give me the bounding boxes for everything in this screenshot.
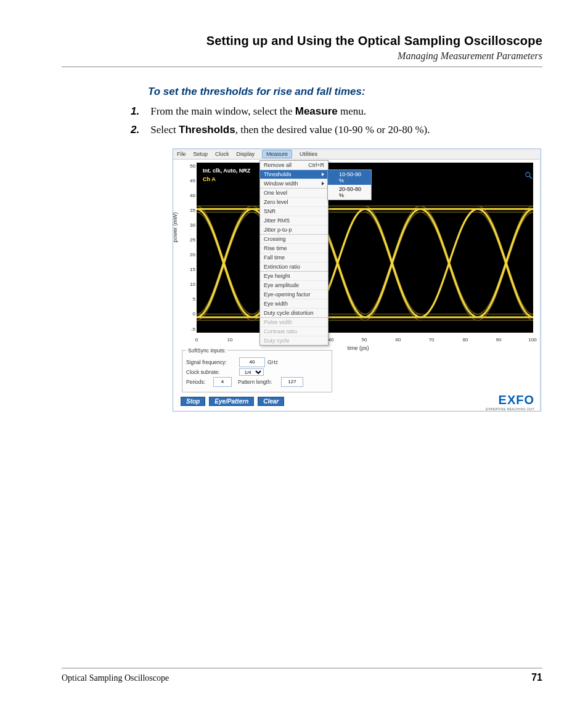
menu-remove-all-label: Remove all [264, 162, 292, 168]
submenu-arrow-icon [322, 172, 324, 176]
zoom-icon[interactable] [525, 171, 533, 180]
xtick: 40 [329, 337, 334, 343]
menu-duty-cycle-distortion[interactable]: Duty cycle distortion [260, 309, 328, 318]
step-1-text-pre: From the main window, select the [150, 105, 295, 117]
ytick: 40 [187, 193, 195, 198]
svg-line-7 [529, 176, 532, 178]
menu-eye-opening-factor[interactable]: Eye-opening factor [260, 290, 328, 299]
xtick: 90 [496, 337, 502, 343]
button-row: Stop Eye/Pattern Clear [181, 397, 284, 406]
section-heading: To set the thresholds for rise and fall … [62, 86, 542, 98]
signal-freq-input[interactable] [239, 357, 265, 367]
stop-button[interactable]: Stop [181, 397, 205, 406]
xtick: 80 [463, 337, 468, 343]
check-icon: ✓ [332, 174, 337, 181]
step-2-text-post: , then the desired value (10-90 % or 20-… [235, 124, 430, 136]
xtick: 10 [227, 337, 233, 343]
xtick: 100 [528, 337, 536, 343]
menu-eye-height[interactable]: Eye height [260, 272, 328, 281]
footer-doc-title: Optical Sampling Oscilloscope [62, 673, 169, 683]
threshold-10-50-90[interactable]: ✓10-50-90 % [328, 170, 371, 185]
exfo-logo: EXFO [499, 393, 534, 407]
screenshot-frame: File Setup Clock Display Measure Utiliti… [173, 148, 541, 412]
xtick: 70 [429, 337, 435, 343]
menu-utilities[interactable]: Utilities [300, 151, 317, 157]
ytick: 0 [187, 311, 195, 317]
step-2-bold: Thresholds [179, 124, 235, 136]
xtick: 0 [195, 337, 198, 343]
ytick: 30 [187, 222, 195, 228]
signal-freq-label: Signal frequency: [186, 359, 237, 365]
pattern-length-input[interactable] [281, 377, 303, 387]
menu-window-width-label: Window width [264, 181, 298, 187]
step-1-text-post: menu. [338, 105, 366, 117]
pattern-length-label: Pattern length: [238, 379, 279, 385]
menu-one-level[interactable]: One level [260, 189, 328, 198]
step-1: 1. From the main window, select the Meas… [62, 104, 542, 119]
exfo-tagline: EXPERTISE REACHING OUT [486, 407, 534, 411]
app-window: File Setup Clock Display Measure Utiliti… [173, 149, 539, 411]
menu-thresholds[interactable]: Thresholds [260, 170, 328, 179]
step-2-text-pre: Select [150, 124, 179, 136]
menu-jitter-pp[interactable]: Jitter p-to-p [260, 225, 328, 235]
menu-setup[interactable]: Setup [194, 151, 208, 157]
menubar[interactable]: File Setup Clock Display Measure Utiliti… [173, 149, 539, 160]
xtick: 60 [396, 337, 401, 343]
xtick: 50 [362, 337, 367, 343]
ytick: 10 [187, 282, 195, 287]
menu-window-width[interactable]: Window width [260, 179, 328, 189]
thresholds-submenu[interactable]: ✓10-50-90 % 20-50-80 % [327, 169, 372, 200]
periods-input[interactable] [213, 377, 232, 387]
menu-remove-all-shortcut: Ctrl+R [308, 162, 324, 168]
step-2: 2. Select Thresholds, then the desired v… [62, 123, 542, 137]
menu-pulse-width: Pulse width [260, 318, 328, 327]
submenu-arrow-icon [322, 182, 324, 185]
ytick: 5 [187, 296, 195, 302]
step-2-number: 2. [131, 123, 148, 137]
measure-dropdown[interactable]: Remove allCtrl+R Thresholds Window width… [259, 160, 329, 346]
clock-subrate-select[interactable]: 1/4 [239, 368, 264, 376]
menu-extinction-ratio[interactable]: Extinction ratio [260, 262, 328, 272]
softsync-legend: SoftSync inputs: [186, 347, 227, 354]
menu-fall-time[interactable]: Fall time [260, 253, 328, 262]
menu-snr[interactable]: SNR [260, 207, 328, 216]
menu-measure[interactable]: Measure [262, 150, 292, 158]
menu-remove-all[interactable]: Remove allCtrl+R [260, 161, 328, 170]
menu-zero-level[interactable]: Zero level [260, 198, 328, 207]
menu-rise-time[interactable]: Rise time [260, 244, 328, 253]
eye-pattern-button[interactable]: Eye/Pattern [209, 397, 254, 406]
ytick: 20 [187, 252, 195, 258]
menu-display[interactable]: Display [237, 151, 255, 157]
periods-label: Periods: [186, 379, 211, 385]
ytick: 50 [187, 163, 195, 169]
threshold-20-50-80-label: 20-50-80 % [339, 186, 367, 198]
clear-button[interactable]: Clear [258, 397, 284, 406]
menu-clock[interactable]: Clock [215, 151, 229, 157]
menu-contrast-ratio: Contrast ratio [260, 327, 328, 336]
x-axis-label: time (ps) [347, 345, 369, 351]
menu-eye-width[interactable]: Eye width [260, 299, 328, 309]
step-1-bold: Measure [295, 105, 338, 117]
step-1-number: 1. [131, 104, 148, 119]
ytick: 35 [187, 208, 195, 213]
menu-jitter-rms[interactable]: Jitter RMS [260, 216, 328, 225]
softsync-panel: SoftSync inputs: Signal frequency: GHz C… [182, 347, 332, 392]
ytick: 45 [187, 178, 195, 184]
threshold-10-50-90-label: 10-50-90 % [339, 171, 367, 184]
menu-thresholds-label: Thresholds [264, 171, 292, 177]
ytick: -5 [187, 327, 195, 332]
clock-subrate-label: Clock subrate: [186, 369, 237, 375]
svg-point-6 [526, 172, 530, 176]
menu-crossing[interactable]: Crossing [260, 235, 328, 244]
header-rule [62, 67, 542, 67]
menu-file[interactable]: File [177, 151, 186, 157]
signal-freq-unit: GHz [267, 359, 278, 365]
menu-eye-amplitude[interactable]: Eye amplitude [260, 281, 328, 290]
page-subtitle: Managing Measurement Parameters [62, 51, 542, 62]
page-footer: Optical Sampling Oscilloscope 71 [62, 668, 542, 683]
ytick: 15 [187, 267, 195, 272]
footer-page-number: 71 [531, 672, 542, 683]
y-axis-label: power (mW) [172, 212, 178, 242]
threshold-20-50-80[interactable]: 20-50-80 % [328, 185, 371, 200]
ytick: 25 [187, 237, 195, 243]
